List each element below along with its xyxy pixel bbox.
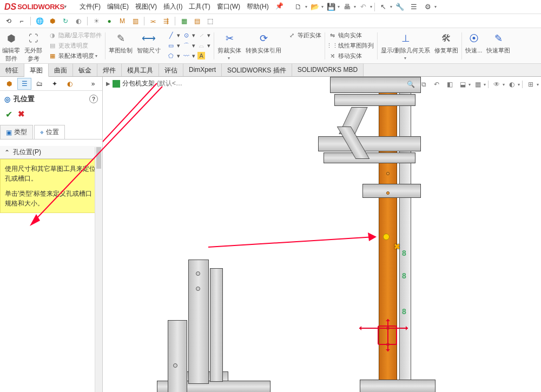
new-icon[interactable]: 🗋 xyxy=(292,1,305,13)
link-icon[interactable]: ⟲ xyxy=(3,16,14,26)
globe-blue-icon[interactable]: 🌐 xyxy=(34,16,45,26)
explode-icon[interactable]: ⇶ xyxy=(161,16,171,26)
tab-eval[interactable]: 评估 xyxy=(159,64,183,76)
menu-edit[interactable]: 编辑(E) xyxy=(104,0,132,14)
type-icon: ▣ xyxy=(6,129,12,136)
rebuild-icon[interactable]: 🔧 xyxy=(393,1,406,13)
tab-curve[interactable]: 曲面 xyxy=(49,64,73,76)
view-orient-icon[interactable]: ⬓ xyxy=(457,79,469,90)
menu-insert[interactable]: 插入(I) xyxy=(160,0,186,14)
menu-file[interactable]: 文件(F) xyxy=(76,0,104,14)
tab-mbd[interactable]: SOLIDWORKS MBD xyxy=(292,64,364,76)
hole-marker-x[interactable]: ✖ xyxy=(394,242,400,251)
select-icon[interactable]: ↖ xyxy=(377,1,390,13)
smart-dim-button[interactable]: ⟷ 智能尺寸 xyxy=(135,30,163,56)
section-view-icon[interactable]: ◧ xyxy=(444,79,456,90)
logo-ds: DS xyxy=(4,2,16,12)
repair-sketch-button[interactable]: 🛠 修复草图 xyxy=(432,30,460,56)
tab-mold[interactable]: 模具工具 xyxy=(122,64,159,76)
display-manager-icon[interactable]: ◐ xyxy=(63,78,77,90)
assembly-cube-icon xyxy=(113,80,120,88)
cancel-button[interactable]: ✖ xyxy=(18,109,25,119)
config-manager-icon[interactable]: 🗂 xyxy=(32,78,47,90)
tab-type[interactable]: ▣类型 xyxy=(0,125,33,139)
convert-icon: ⟳ xyxy=(256,31,270,45)
edit-component-button[interactable]: ⬢ 编辑零 部件 xyxy=(0,30,22,64)
breadcrumb-state: (默认<… xyxy=(157,79,182,88)
hide-show-components[interactable]: ◑隐藏/显示零部件 xyxy=(47,30,104,40)
menu-items: 文件(F) 编辑(E) 视图(V) 插入(I) 工具(T) 窗口(W) 帮助(H… xyxy=(76,0,287,14)
hide-show-icon[interactable]: 👁 xyxy=(491,79,503,90)
orange-M-icon[interactable]: M xyxy=(117,16,128,26)
wire-icon[interactable]: ▥ xyxy=(130,16,141,26)
appearance-icon[interactable]: ◐ xyxy=(73,16,84,26)
tab-plugin[interactable]: SOLIDWORKS 插件 xyxy=(222,64,292,76)
sketch-paint-button[interactable]: ✎ 草图绘制 xyxy=(107,30,135,56)
menu-window[interactable]: 窗口(W) xyxy=(214,0,243,14)
breadcrumb-model: 分包机支架 xyxy=(122,79,155,88)
menu-help[interactable]: 帮助(H) xyxy=(243,0,272,14)
zoom-fit-icon[interactable]: 🔍 xyxy=(405,79,417,90)
quick-button[interactable]: ⦿ 快速... xyxy=(463,30,484,56)
appearance-scene-icon[interactable]: ◐ xyxy=(506,79,518,90)
green-dot-icon[interactable]: ● xyxy=(104,16,115,26)
hole-marker[interactable] xyxy=(383,234,390,240)
breadcrumb[interactable]: ▶ 分包机支架 (默认<… xyxy=(106,79,182,88)
ok-button[interactable]: ✔ xyxy=(5,109,12,119)
mirror-body[interactable]: ⇋镜向实体 xyxy=(326,30,376,40)
bom-icon[interactable]: ▤ xyxy=(192,16,202,26)
viewport-settings-icon[interactable]: ⊞ xyxy=(525,79,537,90)
app-logo: DS SOLIDWORKS ▼ xyxy=(0,2,72,12)
config-icon[interactable]: ⫘ xyxy=(148,16,159,26)
assembly-icon[interactable]: ⬢ xyxy=(47,16,58,26)
menu-view[interactable]: 视图(V) xyxy=(132,0,160,14)
offset-body[interactable]: ⤢等距实体 xyxy=(286,30,324,40)
zoom-area-icon[interactable]: ⧉ xyxy=(418,79,430,90)
graphics-viewport[interactable]: ▶ 分包机支架 (默认<… 🔍 ⧉ ↶ ◧ ⬓▾ ▦▾ 👁▾ ◐▾ ⊞▾ xyxy=(103,77,541,392)
convert-body-button[interactable]: ⟳ 转换实体引用 xyxy=(243,30,283,56)
save-icon[interactable]: 💾 xyxy=(325,1,338,13)
feature-tree-icon[interactable]: ⬢ xyxy=(2,78,16,90)
tab-feature[interactable]: 特征 xyxy=(0,64,24,76)
assembly-transparency[interactable]: ▦装配体透明度▾ xyxy=(47,51,104,61)
help-icon[interactable]: ? xyxy=(89,95,98,103)
drawing-icon[interactable]: ⬚ xyxy=(204,16,215,26)
menu-tools[interactable]: 工具(T) xyxy=(186,0,213,14)
dimxpert-tab-icon[interactable]: ✦ xyxy=(48,78,62,90)
chevron-down-icon[interactable]: ▼ xyxy=(63,4,68,9)
rotate-icon[interactable]: ↻ xyxy=(60,16,71,26)
move-body[interactable]: ⤨移动实体 xyxy=(326,51,376,61)
tab-sheetmetal[interactable]: 钣金 xyxy=(73,64,97,76)
excel-icon[interactable]: ▦ xyxy=(179,16,189,26)
tab-sketch[interactable]: 草图 xyxy=(24,64,49,77)
undo-icon[interactable]: ↶ xyxy=(357,1,370,13)
collapse-icon: ⌃ xyxy=(4,149,10,156)
panel-scrollbar[interactable] xyxy=(95,147,102,392)
lights-icon[interactable]: ☀ xyxy=(91,16,102,26)
tab-weldment[interactable]: 焊件 xyxy=(97,64,122,76)
quick-icon: ⦿ xyxy=(467,31,481,45)
feature-manager-panel: ⬢ ☰ 🗂 ✦ ◐ » ◎ 孔位置 ? ✔ ✖ ▣类型 ⌖位置 ⌃ 孔位置(P) xyxy=(0,77,103,392)
tab-position[interactable]: ⌖位置 xyxy=(34,125,65,139)
quick-sketch-button[interactable]: ✎ 快速草图 xyxy=(484,30,512,56)
property-manager-icon[interactable]: ☰ xyxy=(17,78,31,90)
linear-pattern[interactable]: ⋮⋮线性草图阵列 xyxy=(326,41,376,50)
model-geometry: 8 8 8 ✖ xyxy=(103,77,541,392)
show-hide-rel-button[interactable]: ⊥ 显示/删除几何关系▾ xyxy=(379,30,432,62)
display-style-icon[interactable]: ▦ xyxy=(472,79,484,90)
menu-bar: DS SOLIDWORKS ▼ 文件(F) 编辑(E) 视图(V) 插入(I) … xyxy=(0,0,541,14)
property-tabs: ▣类型 ⌖位置 xyxy=(0,125,102,139)
tab-dimxpert[interactable]: DimXpert xyxy=(183,64,222,76)
corner-icon[interactable]: ⌐ xyxy=(16,16,27,26)
settings-icon[interactable]: ⚙ xyxy=(421,1,434,13)
open-icon[interactable]: 📂 xyxy=(308,1,321,13)
no-external-ref-button[interactable]: ⛶ 无外部 参考 xyxy=(22,30,44,64)
change-transparency[interactable]: ▤更改透明度 xyxy=(47,41,104,50)
pin-icon[interactable]: 📌 xyxy=(272,0,287,14)
section-header[interactable]: ⌃ 孔位置(P) xyxy=(0,146,102,159)
crop-body-button[interactable]: ✂ 剪裁实体▾ xyxy=(215,30,243,62)
prev-view-icon[interactable]: ↶ xyxy=(431,79,443,90)
options-list-icon[interactable]: ☰ xyxy=(407,1,420,13)
flyout-expand-icon[interactable]: » xyxy=(86,78,100,90)
print-icon[interactable]: 🖶 xyxy=(341,1,354,13)
